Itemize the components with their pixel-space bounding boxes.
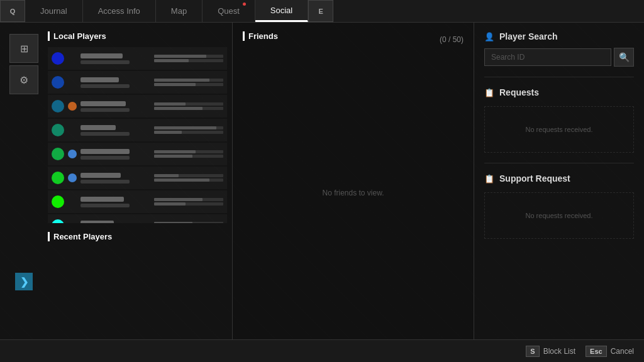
player-avatar: [52, 52, 64, 65]
search-button[interactable]: 🔍: [614, 48, 634, 67]
local-players-list: [48, 47, 227, 223]
player-sub-bar: [80, 84, 130, 88]
app-icon-symbol: ❯: [20, 276, 28, 288]
player-info: [80, 197, 150, 207]
player-item[interactable]: [48, 143, 227, 165]
nav-key-q[interactable]: Q: [0, 0, 25, 22]
player-item[interactable]: [48, 214, 227, 223]
player-name-bar: [80, 77, 119, 82]
player-name-bar: [80, 149, 130, 154]
block-list-label: Block List: [543, 347, 575, 356]
status-bar-fill-2: [154, 107, 203, 110]
status-bar-1: [154, 222, 223, 223]
top-navigation: Q Journal Access Info Map Quest Social E: [0, 0, 644, 23]
local-players-title: Local Players: [48, 31, 227, 41]
nav-key-e[interactable]: E: [308, 0, 333, 22]
player-info: [80, 101, 150, 112]
status-bar-1: [154, 126, 223, 129]
player-avatar: [52, 124, 64, 136]
tab-quest[interactable]: Quest: [203, 0, 255, 22]
tab-journal[interactable]: Journal: [25, 0, 83, 22]
player-name-bar: [80, 221, 114, 224]
player-info: [80, 173, 150, 184]
player-status-bars: [154, 222, 223, 223]
block-list-action[interactable]: S Block List: [526, 346, 575, 357]
tab-map[interactable]: Map: [156, 0, 203, 22]
player-sub-bar: [80, 180, 130, 184]
status-bar-1: [154, 150, 223, 153]
player-status-icon: [68, 102, 77, 111]
player-sub-bar: [80, 108, 130, 112]
player-avatar: [52, 76, 64, 89]
search-row: 🔍: [484, 48, 634, 67]
support-empty: No requests received.: [484, 192, 634, 239]
search-id-input[interactable]: [484, 48, 611, 66]
divider-1: [484, 77, 634, 77]
player-info: [80, 125, 150, 136]
player-status-bars: [154, 126, 223, 134]
status-bar-fill-1: [154, 102, 186, 106]
status-bar-fill-1: [154, 55, 206, 58]
player-name-bar: [80, 125, 116, 130]
player-status-bars: [154, 102, 223, 110]
player-avatar: [52, 195, 64, 208]
status-bar-fill-1: [154, 150, 196, 153]
cancel-action[interactable]: Esc Cancel: [586, 346, 634, 357]
tab-access-info[interactable]: Access Info: [83, 0, 156, 22]
support-icon: 📋: [484, 174, 494, 184]
player-sub-bar: [80, 132, 130, 136]
cancel-label: Cancel: [611, 347, 634, 356]
status-bar-1: [154, 198, 223, 201]
status-bar-fill-1: [154, 79, 209, 82]
status-bar-fill-1: [154, 198, 203, 201]
friends-panel-header: Friends (0 / 50): [243, 31, 464, 47]
status-bar-2: [154, 83, 223, 86]
support-request-header: 📋 Support Request: [484, 173, 634, 184]
player-search-panel: 👤 Player Search 🔍 📋 Requests No requests…: [474, 23, 644, 339]
status-bar-fill-1: [154, 222, 192, 223]
local-players-panel: ⊞ ⚙ ❯ Local Players: [0, 23, 233, 339]
recent-players-section: Recent Players: [48, 232, 227, 241]
player-item[interactable]: [48, 167, 227, 189]
friends-title: Friends: [243, 31, 278, 41]
status-bar-2: [154, 107, 223, 110]
player-status-bars: [154, 79, 223, 86]
player-list-section: Local Players: [48, 31, 232, 290]
app-icon[interactable]: ❯: [15, 273, 33, 290]
sidebar-icon-grid[interactable]: ⊞: [9, 34, 38, 63]
player-sub-bar: [80, 60, 130, 64]
status-bar-fill-2: [154, 202, 186, 206]
player-sub-bar: [80, 156, 130, 160]
status-bar-2: [154, 59, 223, 62]
status-bar-2: [154, 155, 223, 158]
player-item[interactable]: [48, 71, 227, 94]
cancel-key: Esc: [586, 346, 607, 357]
player-name-bar: [80, 53, 123, 58]
requests-icon: 📋: [484, 88, 494, 97]
status-bar-1: [154, 55, 223, 58]
player-status-bars: [154, 174, 223, 182]
status-bar-fill-2: [154, 59, 189, 62]
requests-header: 📋 Requests: [484, 87, 634, 97]
sidebar-icons: ⊞ ⚙ ❯: [0, 31, 48, 290]
player-item[interactable]: [48, 119, 227, 141]
panel-left-inner: ⊞ ⚙ ❯ Local Players: [0, 31, 232, 290]
friends-panel: Friends (0 / 50) No friends to view.: [233, 23, 474, 339]
status-bar-fill-2: [154, 155, 192, 158]
player-name-bar: [80, 173, 121, 178]
player-avatar: [52, 219, 64, 223]
status-bar-2: [154, 202, 223, 206]
tab-social[interactable]: Social: [255, 0, 308, 22]
player-item[interactable]: [48, 95, 227, 118]
recent-players-title: Recent Players: [48, 232, 227, 241]
status-bar-1: [154, 174, 223, 177]
player-avatar: [52, 100, 64, 112]
status-bar-1: [154, 102, 223, 106]
main-content: ⊞ ⚙ ❯ Local Players: [0, 23, 644, 339]
status-bar-2: [154, 178, 223, 182]
player-status-bars: [154, 55, 223, 62]
notification-dot: [243, 3, 246, 6]
player-item[interactable]: [48, 47, 227, 70]
sidebar-icon-gear[interactable]: ⚙: [9, 65, 38, 94]
player-item[interactable]: [48, 190, 227, 213]
